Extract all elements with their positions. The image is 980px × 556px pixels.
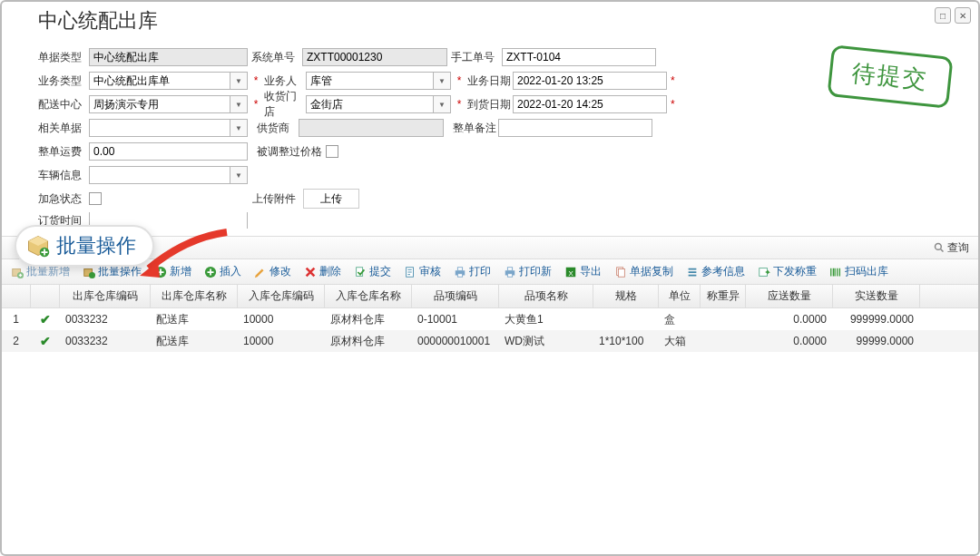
operator-field[interactable] xyxy=(306,72,433,90)
sys-no-label: 系统单号 xyxy=(251,50,302,65)
col-plan-qty[interactable]: 应送数量 xyxy=(746,285,833,307)
svg-rect-19 xyxy=(618,268,624,277)
table-row[interactable]: 1✔0033232配送库10000原材料仓库0-10001大黄鱼1盒0.0000… xyxy=(2,308,978,330)
cell-rownum: 2 xyxy=(2,335,31,347)
send-icon xyxy=(758,266,770,278)
biz-date-field[interactable] xyxy=(513,72,667,90)
recv-store-label: 收货门店 xyxy=(264,89,306,120)
col-actual-qty[interactable]: 实送数量 xyxy=(833,285,920,307)
doc-type-label: 单据类型 xyxy=(38,50,89,65)
audit-button[interactable]: 审核 xyxy=(402,262,443,281)
cell-in-name: 原材料仓库 xyxy=(325,334,412,349)
edit-button[interactable]: 修改 xyxy=(252,262,293,281)
col-item-name[interactable]: 品项名称 xyxy=(499,285,593,307)
biz-type-dropdown[interactable]: ▼ xyxy=(230,72,248,90)
svg-point-0 xyxy=(936,244,942,250)
freight-field[interactable] xyxy=(89,142,248,161)
cell-item-code: 000000010001 xyxy=(412,335,499,347)
urgent-checkbox[interactable] xyxy=(89,192,102,205)
required-mark: * xyxy=(455,74,464,87)
svg-text:X: X xyxy=(568,268,573,277)
cell-in-code: 10000 xyxy=(238,313,325,326)
cell-status: ✔ xyxy=(31,312,60,327)
table-row[interactable]: 2✔0033232配送库10000原材料仓库000000010001WD测试1*… xyxy=(2,330,978,352)
search-button[interactable]: 查询 xyxy=(934,240,969,256)
search-label: 查询 xyxy=(947,240,969,256)
delete-button[interactable]: 删除 xyxy=(302,262,343,281)
print-button[interactable]: 打印 xyxy=(452,262,493,281)
doc-copy-button[interactable]: 单据复制 xyxy=(612,262,675,281)
sys-no-field xyxy=(302,48,447,66)
ref-info-button[interactable]: 参考信息 xyxy=(684,262,747,281)
box-icon xyxy=(25,233,51,258)
cell-item-code: 0-10001 xyxy=(412,313,499,326)
scan-out-button[interactable]: 扫码出库 xyxy=(828,262,890,281)
cell-plan-qty: 0.0000 xyxy=(746,313,833,326)
close-button[interactable]: ✕ xyxy=(955,7,971,24)
excel-icon: X xyxy=(564,266,577,278)
rel-doc-field[interactable] xyxy=(89,119,230,137)
rel-doc-dropdown[interactable]: ▼ xyxy=(230,119,248,137)
operator-dropdown[interactable]: ▼ xyxy=(433,72,451,90)
doc-check-icon xyxy=(404,266,416,278)
cell-actual-qty: 99999.0000 xyxy=(833,335,920,347)
minimize-button[interactable]: □ xyxy=(935,7,951,24)
operator-label: 业务人 xyxy=(264,73,306,89)
cell-plan-qty: 0.0000 xyxy=(746,335,833,347)
arrive-date-field[interactable] xyxy=(513,95,667,113)
barcode-icon xyxy=(829,266,842,278)
required-mark: * xyxy=(455,98,464,111)
required-mark: * xyxy=(671,98,675,111)
cell-in-name: 原材料仓库 xyxy=(325,312,412,327)
recv-store-dropdown[interactable]: ▼ xyxy=(433,95,451,113)
export-button[interactable]: X 导出 xyxy=(563,262,603,281)
col-item-code[interactable]: 品项编码 xyxy=(412,285,499,307)
col-out-code[interactable]: 出库仓库编码 xyxy=(60,285,151,307)
search-icon xyxy=(934,242,945,253)
print-new-button[interactable]: 打印新 xyxy=(502,262,554,281)
whole-remark-label: 整单备注 xyxy=(453,121,498,136)
col-weigh-diff[interactable]: 称重异 xyxy=(701,285,746,307)
svg-point-5 xyxy=(89,272,95,278)
printer-icon xyxy=(504,266,516,278)
cell-spec: 1*10*100 xyxy=(593,335,659,347)
table-header: 出库仓库编码 出库仓库名称 入库仓库编码 入库仓库名称 品项编码 品项名称 规格… xyxy=(2,285,978,308)
col-unit[interactable]: 单位 xyxy=(659,285,701,307)
col-status xyxy=(31,285,60,307)
center-dropdown[interactable]: ▼ xyxy=(230,95,248,113)
freight-label: 整单运费 xyxy=(38,144,89,160)
biz-type-label: 业务类型 xyxy=(38,73,89,89)
cell-unit: 大箱 xyxy=(659,334,701,349)
cell-item-name: WD测试 xyxy=(499,334,593,349)
upload-button[interactable]: 上传 xyxy=(303,189,359,209)
cell-out-code: 0033232 xyxy=(60,335,151,347)
submit-button[interactable]: 提交 xyxy=(352,262,393,281)
manual-no-label: 手工单号 xyxy=(451,50,502,65)
send-weigh-button[interactable]: 下发称重 xyxy=(756,262,818,281)
printer-icon xyxy=(454,266,466,278)
col-spec[interactable]: 规格 xyxy=(593,285,659,307)
biz-type-field[interactable] xyxy=(89,72,230,90)
adj-price-checkbox[interactable] xyxy=(326,145,338,158)
cell-out-code: 0033232 xyxy=(60,313,151,326)
vehicle-field[interactable] xyxy=(89,166,230,184)
urgent-label: 加急状态 xyxy=(38,191,89,207)
col-in-name[interactable]: 入库仓库名称 xyxy=(325,285,412,307)
check-icon: ✔ xyxy=(40,312,51,327)
batch-op-callout: 批量操作 xyxy=(15,225,154,267)
center-field[interactable] xyxy=(89,95,230,113)
recv-store-field[interactable] xyxy=(306,95,433,113)
whole-remark-field[interactable] xyxy=(498,119,652,137)
svg-rect-15 xyxy=(507,273,512,277)
supplier-label: 供货商 xyxy=(257,121,299,136)
svg-line-1 xyxy=(941,249,944,252)
cell-actual-qty: 999999.0000 xyxy=(833,313,920,326)
pencil-icon xyxy=(254,266,267,278)
col-out-name[interactable]: 出库仓库名称 xyxy=(151,285,238,307)
manual-no-field[interactable] xyxy=(502,48,656,66)
vehicle-dropdown[interactable]: ▼ xyxy=(230,166,248,184)
col-rownum xyxy=(2,285,31,307)
cell-unit: 盒 xyxy=(659,312,701,327)
col-in-code[interactable]: 入库仓库编码 xyxy=(238,285,325,307)
check-icon: ✔ xyxy=(40,334,51,348)
